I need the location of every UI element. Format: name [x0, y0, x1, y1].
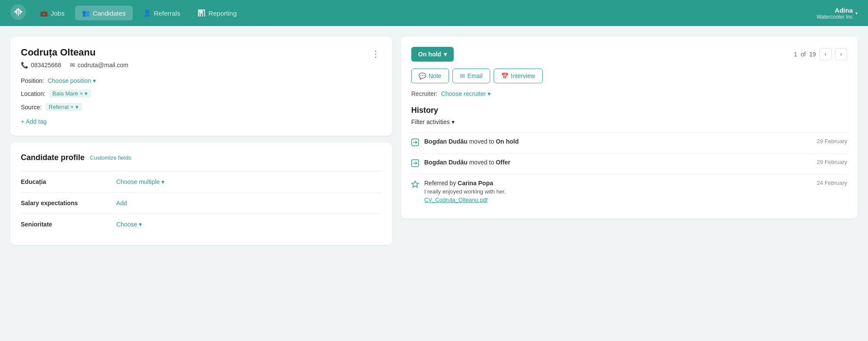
email-icon: ✉: [70, 62, 75, 69]
more-options-button[interactable]: ⋮: [370, 47, 382, 61]
profile-field-educatia: Educația Choose multiple ▾: [21, 171, 382, 192]
nav-reporting[interactable]: 📊 Reporting: [190, 6, 243, 20]
history-star-icon: [411, 180, 419, 190]
profile-field-salary: Salary expectations Add: [21, 192, 382, 213]
phone-item: 📞 083425668: [21, 62, 61, 69]
salary-add-button[interactable]: Add: [116, 200, 127, 207]
position-row: Position: Choose position ▾: [21, 77, 128, 84]
candidate-info: Codruța Olteanu 📞 083425668 ✉ codruta@ma…: [21, 47, 128, 125]
location-chevron-icon: ▾: [85, 90, 88, 97]
status-button[interactable]: On hold ▾: [411, 47, 454, 62]
candidate-info-card: Codruța Olteanu 📞 083425668 ✉ codruta@ma…: [10, 36, 392, 136]
source-label: Source:: [21, 104, 42, 111]
history-actor-3: Carina Popa: [458, 180, 493, 187]
status-chevron-icon: ▾: [444, 51, 447, 58]
history-actor-1: Bogdan Dudău: [424, 138, 468, 145]
nav-jobs[interactable]: 💼 Jobs: [33, 6, 72, 20]
position-chevron-icon: ▾: [93, 77, 96, 84]
app-logo[interactable]: [10, 4, 26, 22]
history-text-3: Referred by Carina Popa: [424, 180, 812, 187]
position-chooser[interactable]: Choose position ▾: [48, 77, 96, 84]
history-target-1: On hold: [496, 138, 519, 145]
educatia-label: Educația: [21, 178, 116, 185]
senioritate-value: Choose ▾: [116, 221, 382, 228]
salary-label: Salary expectations: [21, 200, 116, 207]
add-tag-button[interactable]: + Add tag: [21, 118, 47, 125]
candidate-name: Codruța Olteanu: [21, 47, 128, 58]
main-content: Codruța Olteanu 📞 083425668 ✉ codruta@ma…: [0, 26, 868, 256]
filter-activities-button[interactable]: Filter activities ▾: [411, 118, 847, 125]
pagination-next-button[interactable]: ›: [835, 48, 847, 60]
customize-fields-button[interactable]: Customize fields: [90, 154, 131, 161]
profile-header: Candidate profile Customize fields: [21, 153, 382, 162]
source-remove-button[interactable]: ×: [71, 104, 74, 110]
history-date-1: 29 February: [817, 138, 847, 144]
recruiter-chevron-icon: ▾: [488, 90, 491, 97]
recruiter-chooser[interactable]: Choose recruiter ▾: [441, 90, 491, 97]
candidate-profile-card: Candidate profile Customize fields Educa…: [10, 143, 392, 245]
history-content-3: Referred by Carina Popa I really enjoyed…: [424, 180, 812, 203]
jobs-icon: 💼: [40, 9, 48, 17]
educatia-value: Choose multiple ▾: [116, 178, 382, 185]
navbar: 💼 Jobs 👥 Candidates 👤 Referrals 📊 Report…: [0, 0, 868, 26]
nav-referrals[interactable]: 👤 Referrals: [136, 6, 187, 20]
location-row: Location: Baia Mare × ▾: [21, 89, 128, 98]
email-item: ✉ codruta@mail.com: [70, 62, 128, 69]
left-panel: Codruța Olteanu 📞 083425668 ✉ codruta@ma…: [10, 36, 392, 245]
reporting-icon: 📊: [197, 9, 206, 17]
status-row: On hold ▾ 1 of 19 ‹ ›: [411, 47, 847, 62]
source-row: Source: Referral × ▾: [21, 103, 128, 111]
referrals-icon: 👤: [143, 9, 151, 17]
pagination-total: 19: [809, 51, 816, 58]
senioritate-choose-button[interactable]: Choose ▾: [116, 221, 142, 228]
position-label: Position:: [21, 77, 44, 84]
user-chevron-icon: ▾: [855, 11, 858, 16]
recruiter-label: Recruiter:: [411, 90, 438, 97]
history-text-2: Bogdan Dudău moved to Offer: [424, 159, 812, 166]
filter-chevron-icon: ▾: [452, 118, 455, 125]
location-remove-button[interactable]: ×: [80, 91, 83, 97]
pagination-of-label: of: [801, 51, 806, 58]
interview-button[interactable]: 📅 Interview: [494, 69, 543, 83]
source-chevron-icon: ▾: [75, 104, 79, 110]
history-title: History: [411, 106, 847, 115]
history-target-2: Offer: [496, 159, 510, 166]
phone-icon: 📞: [21, 62, 28, 69]
history-item-3: Referred by Carina Popa I really enjoyed…: [411, 174, 847, 208]
pagination: 1 of 19 ‹ ›: [794, 48, 847, 60]
senioritate-label: Senioritate: [21, 221, 116, 228]
pagination-prev-button[interactable]: ‹: [819, 48, 832, 60]
source-tag: Referral × ▾: [45, 103, 82, 111]
location-tag: Baia Mare × ▾: [49, 89, 91, 98]
right-panel: On hold ▾ 1 of 19 ‹ › 💬 Note ✉: [401, 36, 858, 245]
user-name: Adina: [816, 7, 853, 14]
nav-candidates[interactable]: 👥 Candidates: [75, 6, 133, 20]
cv-link[interactable]: CV_Codruta_Olteanu.pdf: [424, 197, 812, 203]
educatia-choose-button[interactable]: Choose multiple ▾: [116, 178, 164, 185]
history-move-icon-2: [411, 159, 419, 169]
contact-row: 📞 083425668 ✉ codruta@mail.com: [21, 62, 128, 69]
note-icon: 💬: [419, 72, 426, 79]
senioritate-chevron-icon: ▾: [139, 221, 142, 228]
educatia-chevron-icon: ▾: [161, 178, 164, 185]
candidate-email: codruta@mail.com: [78, 62, 128, 69]
profile-field-senioritate: Senioritate Choose ▾: [21, 213, 382, 235]
user-menu[interactable]: Adina Watercooler Inc ▾: [816, 7, 858, 20]
history-text-1: Bogdan Dudău moved to On hold: [424, 138, 812, 145]
candidate-header: Codruța Olteanu 📞 083425668 ✉ codruta@ma…: [21, 47, 382, 125]
right-panel-card: On hold ▾ 1 of 19 ‹ › 💬 Note ✉: [401, 36, 858, 219]
profile-title: Candidate profile: [21, 153, 85, 162]
svg-marker-3: [412, 181, 419, 187]
salary-value: Add: [116, 200, 382, 207]
history-actor-2: Bogdan Dudău: [424, 159, 468, 166]
history-move-icon-1: [411, 138, 419, 148]
email-button[interactable]: ✉ Email: [452, 69, 490, 83]
interview-icon: 📅: [501, 72, 508, 79]
location-label: Location:: [21, 90, 46, 97]
candidate-phone: 083425668: [31, 62, 61, 69]
action-buttons: 💬 Note ✉ Email 📅 Interview: [411, 69, 847, 83]
history-date-3: 24 February: [817, 180, 847, 186]
note-button[interactable]: 💬 Note: [411, 69, 449, 83]
candidates-icon: 👥: [82, 9, 90, 17]
recruiter-row: Recruiter: Choose recruiter ▾: [411, 90, 847, 97]
